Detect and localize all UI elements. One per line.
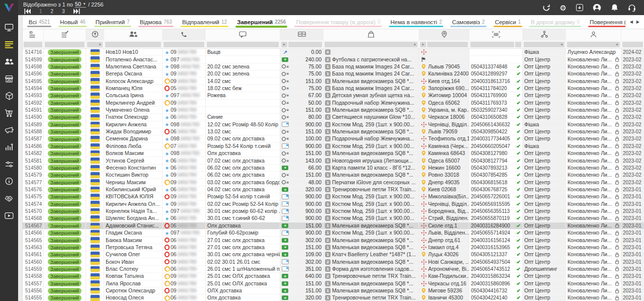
- funnel-cell[interactable]: Опт Центр: [523, 186, 566, 193]
- products-cell[interactable]: 1Детская умная зубная щетка на...: [324, 92, 419, 99]
- payment-cell[interactable]: 302.00: [280, 237, 324, 243]
- client-name[interactable]: Лила Ярослав: [104, 280, 163, 287]
- status-badge[interactable]: Завершений: [48, 187, 82, 193]
- manager-cell[interactable]: Коноваленко Ли...: [566, 258, 621, 265]
- location-cell[interactable]: Чернівці, Відділ...: [419, 121, 469, 128]
- funnel-cell[interactable]: Опт Центр: [523, 172, 566, 178]
- source-cell[interactable]: [86, 165, 104, 171]
- tab-самовивіз[interactable]: Самовивіз2: [447, 15, 490, 29]
- phone-cell[interactable]: *063456789: [163, 215, 206, 221]
- client-name[interactable]: Філіпова Люба: [104, 143, 163, 149]
- client-name[interactable]: Вегера Оксана: [104, 70, 163, 77]
- location-cell[interactable]: Одеса 65007: [419, 157, 469, 164]
- status-cell[interactable]: Завершений: [44, 208, 86, 214]
- location-cell[interactable]: Украина, м. Кар...: [419, 107, 469, 113]
- products-cell[interactable]: 1Костюм Мод. 259 (1шт. х 900.00...: [324, 215, 419, 221]
- ttn-cell[interactable]: 0504307854285✔: [469, 172, 523, 178]
- funnel-cell[interactable]: Дропшиппинг: [523, 266, 566, 272]
- phone-cell[interactable]: *0973456789: [163, 230, 206, 236]
- status-cell[interactable]: Завершений: [44, 157, 86, 164]
- payment-cell[interactable]: =100.00: [280, 135, 324, 142]
- source-cell[interactable]: [86, 114, 104, 120]
- funnel-cell[interactable]: Опт Центр: [523, 63, 566, 70]
- order-id[interactable]: 514591: [23, 107, 44, 113]
- funnel-cell[interactable]: Опт Центр: [523, 100, 566, 106]
- phone-cell[interactable]: 093456789: [163, 273, 206, 279]
- products-cell[interactable]: 1Маленькая видеокамера SQ8 *...: [324, 222, 419, 229]
- phone-cell[interactable]: 063456789: [163, 251, 206, 258]
- client-name[interactable]: Новосад Олеся: [104, 294, 163, 301]
- products-cell[interactable]: 1Костюм Мод. 259 (1шт. х 900.00...: [324, 208, 419, 214]
- funnel-cell[interactable]: Опт Центр: [523, 251, 566, 258]
- status-cell[interactable]: Завершений: [44, 165, 86, 171]
- phone-cell[interactable]: 063456789: [163, 128, 206, 135]
- comment-cell[interactable]: 12.02 смс Розмір 48-50 Колір ...: [206, 121, 280, 128]
- sidebar-item-products[interactable]: [0, 88, 18, 105]
- bell-icon[interactable]: [611, 4, 618, 12]
- phone-cell[interactable]: *093456789: [163, 70, 206, 77]
- comment-cell[interactable]: [206, 100, 280, 106]
- date-cell[interactable]: 2023-02: [621, 135, 644, 142]
- source-cell[interactable]: [86, 56, 104, 62]
- ttn-cell[interactable]: 0504309850422✔: [469, 128, 523, 135]
- order-id[interactable]: 514592: [23, 100, 44, 106]
- products-cell[interactable]: 1Костюм Мод. 259 (1шт. х 900.00...: [324, 121, 419, 128]
- status-cell[interactable]: Завершений: [44, 78, 86, 84]
- payment-filter-input[interactable]: ▼: [281, 42, 287, 47]
- status-cell[interactable]: Завершений: [44, 100, 86, 106]
- client-name[interactable]: КВІТОВСЬКА ЮЛІЯ: [104, 193, 163, 200]
- payment-filter-input[interactable]: [288, 42, 322, 47]
- manager-cell[interactable]: Коноваленко Ли...: [566, 215, 621, 221]
- client-name[interactable]: Ковпак Татьяна: [104, 273, 163, 279]
- phone-filter-input[interactable]: [164, 42, 204, 47]
- order-id[interactable]: 514577: [23, 179, 44, 185]
- payment-cell[interactable]: 109.00: [280, 251, 324, 258]
- sidebar-item-clients[interactable]: [0, 53, 18, 70]
- payment-cell[interactable]: =80.00: [280, 114, 324, 120]
- order-id[interactable]: 514579: [23, 172, 44, 178]
- order-id[interactable]: 514559: [23, 266, 44, 272]
- comment-cell[interactable]: Рожева: [206, 92, 280, 99]
- location-cell[interactable]: Калинівка 22400: [419, 70, 469, 77]
- status-cell[interactable]: Завершений: [44, 244, 86, 251]
- phone-cell[interactable]: 053456789: [163, 85, 206, 92]
- status-column-header[interactable]: [44, 29, 86, 40]
- ttn-cell[interactable]: 0504311769373✔: [469, 100, 523, 106]
- manager-cell[interactable]: Коноваленко Ли...: [566, 165, 621, 171]
- manager-cell[interactable]: Коноваленко Ли...: [566, 70, 621, 77]
- order-row-514586[interactable]: 514586ЗавершенийФіліпова Люба073456789Ро…: [23, 143, 644, 150]
- order-row-514589[interactable]: 514589ЗавершенийКирилич Анжела*098345678…: [23, 121, 644, 128]
- client-name[interactable]: Кобилинський Юрий: [104, 186, 163, 193]
- location-cell[interactable]: Ізмаил отд.4: [419, 244, 469, 251]
- client-name[interactable]: Кирилич Анжела: [104, 121, 163, 128]
- order-id[interactable]: 514587: [23, 135, 44, 142]
- comment-filter-input[interactable]: [207, 42, 279, 47]
- order-row-514577[interactable]: 514577ЗавершенийЧерниш Максим09345678903…: [23, 179, 644, 186]
- order-id[interactable]: 514598: [23, 63, 44, 70]
- manager-cell[interactable]: Коноваленко Ли...: [566, 172, 621, 178]
- status-cell[interactable]: Завершений: [44, 273, 86, 279]
- source-cell[interactable]: [86, 201, 104, 207]
- ttn-cell[interactable]: 0504310650828✔: [469, 114, 523, 120]
- client-name[interactable]: Чумаченко Олена: [104, 107, 163, 113]
- order-row-514581[interactable]: 514581ЗавершенийУстинов Сергей*063456789…: [23, 157, 644, 164]
- source-cell[interactable]: [86, 294, 104, 301]
- client-name[interactable]: Бокоч Иван: [104, 258, 163, 265]
- tabs-scroll-left-icon[interactable]: ◀: [630, 20, 633, 24]
- products-cell[interactable]: 1Костюм Мод. 259 (1шт. х 900.00...: [324, 230, 419, 236]
- client-column-header[interactable]: [104, 29, 163, 40]
- order-row-514588[interactable]: 514588ЗавершенийЖидак Володимир063456789…: [23, 128, 644, 135]
- order-row-514566[interactable]: 514566ЗавершенийГладик Оксана*0973456789…: [23, 230, 644, 237]
- location-cell[interactable]: Сколе отд.1: [419, 222, 469, 229]
- comment-cell[interactable]: 03.02 смс олх доставка бордо: [206, 179, 280, 185]
- date-cell[interactable]: 2023-02: [621, 107, 644, 113]
- status-cell[interactable]: Завершений: [44, 230, 86, 236]
- payment-cell[interactable]: 900.00: [280, 230, 324, 236]
- phone-cell[interactable]: 063456789: [163, 266, 206, 272]
- order-row-514576[interactable]: 514576ЗавершенийКобилинський Юрий*063456…: [23, 186, 644, 193]
- products-cell[interactable]: 1Маленькая видеокамера SQ8 *...: [324, 78, 419, 84]
- funnel-cell[interactable]: Фішка: [523, 49, 566, 55]
- order-id[interactable]: 514582: [23, 150, 44, 157]
- source-cell[interactable]: [86, 244, 104, 251]
- status-badge[interactable]: Завершений: [48, 215, 82, 221]
